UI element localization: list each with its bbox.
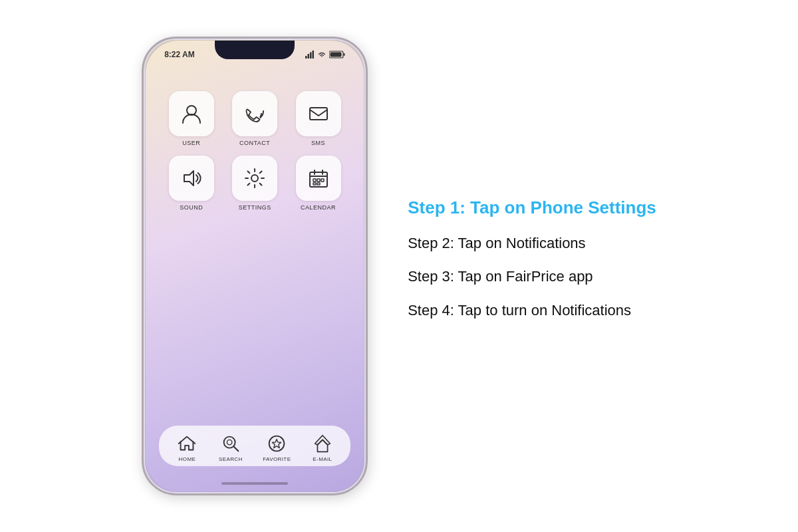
dock-home[interactable]: HOME — [176, 432, 198, 462]
dock-home-label: HOME — [179, 456, 196, 462]
app-user-label: USER — [182, 140, 200, 146]
user-icon — [180, 102, 203, 126]
svg-point-19 — [269, 436, 285, 452]
svg-rect-8 — [310, 108, 327, 120]
step4-text: Step 4: Tap to turn on Notifications — [408, 301, 656, 321]
dock-search[interactable]: SEARCH — [219, 432, 243, 462]
status-icons — [305, 51, 345, 59]
app-settings[interactable]: SETTINGS — [228, 156, 282, 211]
svg-rect-14 — [321, 179, 324, 182]
home-indicator — [221, 482, 288, 485]
svg-point-7 — [187, 106, 196, 115]
svg-point-10 — [251, 175, 258, 182]
settings-icon — [243, 166, 267, 190]
app-sound-box[interactable] — [169, 156, 214, 201]
svg-rect-3 — [313, 51, 315, 59]
main-container: 8:22 AM — [0, 0, 798, 532]
signal-icon — [305, 51, 315, 59]
app-settings-label: SETTINGS — [239, 204, 271, 211]
favorite-dock-icon — [265, 432, 288, 455]
app-sound-label: SOUND — [180, 204, 203, 211]
app-user-box[interactable] — [169, 91, 214, 136]
svg-rect-2 — [310, 53, 312, 59]
app-settings-box[interactable] — [232, 156, 277, 201]
svg-rect-1 — [308, 54, 310, 59]
app-user[interactable]: USER — [164, 91, 218, 146]
phone-mockup: 8:22 AM — [142, 37, 368, 495]
dock: HOME SEARCH — [159, 426, 350, 466]
step2-text: Step 2: Tap on Notifications — [408, 234, 656, 253]
app-contact-label: CONTACT — [239, 140, 270, 146]
svg-rect-16 — [317, 183, 320, 185]
svg-rect-12 — [313, 179, 316, 182]
volume-down-button — [142, 155, 143, 178]
app-sms-label: SMS — [311, 140, 325, 146]
svg-point-18 — [227, 440, 232, 445]
phone-notch — [215, 41, 295, 59]
app-contact-box[interactable] — [232, 91, 277, 136]
dock-favorite[interactable]: FAVORITE — [263, 432, 291, 462]
app-grid: USER CONTACT — [146, 78, 364, 224]
sound-icon — [180, 166, 203, 190]
dock-favorite-label: FAVORITE — [263, 456, 291, 462]
calendar-icon — [307, 166, 331, 190]
phone-outer-shell: 8:22 AM — [142, 37, 368, 495]
app-sms-box[interactable] — [296, 91, 341, 136]
phone-screen: 8:22 AM — [146, 41, 364, 491]
battery-icon — [329, 51, 345, 59]
svg-rect-13 — [317, 179, 320, 182]
power-button — [366, 148, 368, 188]
home-dock-icon — [176, 432, 198, 455]
contact-icon — [243, 102, 267, 126]
step3-text: Step 3: Tap on FairPrice app — [408, 267, 656, 287]
app-sms[interactable]: SMS — [291, 91, 345, 146]
search-dock-icon — [219, 432, 242, 455]
instructions-panel: Step 1: Tap on Phone Settings Step 2: Ta… — [408, 198, 656, 335]
app-sound[interactable]: SOUND — [164, 156, 218, 211]
sms-icon — [307, 102, 331, 126]
wifi-icon — [317, 51, 327, 59]
dock-email[interactable]: E-MAIL — [311, 432, 334, 462]
status-time: 8:22 AM — [164, 50, 195, 59]
svg-rect-5 — [344, 53, 345, 56]
svg-marker-9 — [184, 171, 194, 186]
email-dock-icon — [311, 432, 334, 455]
svg-rect-6 — [331, 53, 342, 57]
app-calendar[interactable]: CALENDAR — [291, 156, 345, 211]
volume-up-button — [142, 125, 143, 148]
dock-search-label: SEARCH — [219, 456, 243, 462]
app-calendar-box[interactable] — [296, 156, 341, 201]
step1-text: Step 1: Tap on Phone Settings — [408, 198, 656, 218]
app-calendar-label: CALENDAR — [301, 204, 336, 211]
svg-rect-0 — [305, 56, 307, 59]
dock-email-label: E-MAIL — [313, 456, 332, 462]
app-contact[interactable]: CONTACT — [228, 91, 282, 146]
svg-rect-15 — [313, 183, 316, 185]
